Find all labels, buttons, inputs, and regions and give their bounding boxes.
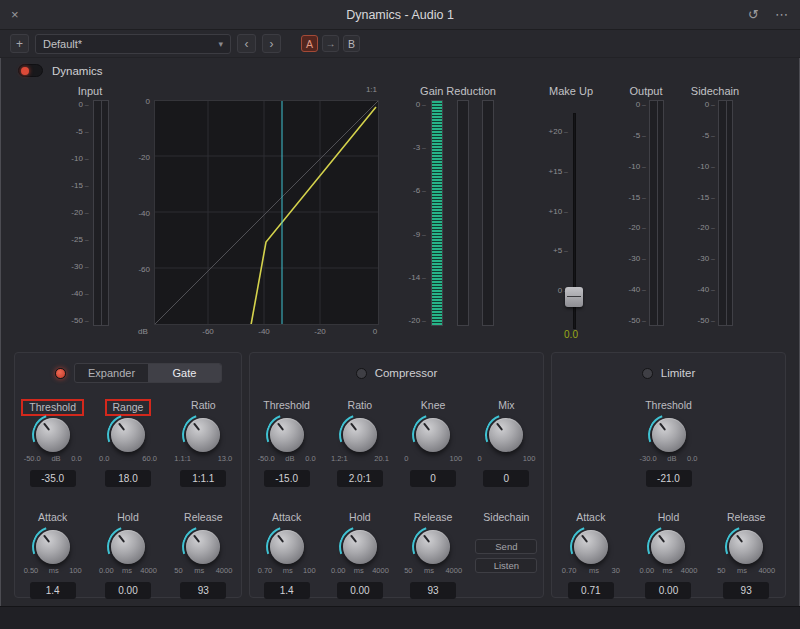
scale-tick: -15	[71, 182, 88, 190]
scale-tick: -40	[71, 290, 88, 298]
compressor-mix-value[interactable]: 0	[483, 470, 529, 487]
min-label: 0.00	[99, 566, 114, 575]
min-label: -30.0	[640, 454, 657, 463]
min-label: 0.00	[331, 566, 346, 575]
compressor-attack-control: Attack 0.70 ms 100 1.4	[251, 511, 323, 599]
compare-b-button[interactable]: B	[343, 35, 360, 52]
scale-tick: -50	[629, 317, 646, 325]
gate-release-value[interactable]: 93	[180, 582, 226, 599]
gate-ratio-knob[interactable]	[186, 418, 220, 452]
sidechain-meter-section: Sidechain 0 -5 -10 -15 -20 -30 -40 -50	[690, 85, 740, 326]
scale-tick: -20	[629, 224, 646, 232]
gate-range-knob[interactable]	[111, 418, 145, 452]
preset-bar: + Default* ▾ ‹ › A → B	[0, 30, 800, 58]
window-title: Dynamics - Audio 1	[0, 8, 800, 22]
copy-arrow-button[interactable]: →	[322, 35, 339, 52]
gate-enable-led[interactable]	[55, 368, 66, 379]
led-dot-icon	[21, 67, 29, 75]
gate-hold-value[interactable]: 0.00	[105, 582, 151, 599]
max-label: 4000	[681, 566, 698, 575]
compressor-ratio-knob[interactable]	[343, 418, 377, 452]
input-label: Input	[62, 85, 118, 99]
makeup-slider-handle[interactable]	[565, 287, 583, 307]
scale-tick: -40	[138, 209, 150, 218]
limiter-attack-knob[interactable]	[574, 530, 608, 564]
limiter-release-knob[interactable]	[729, 530, 763, 564]
limiter-threshold-knob[interactable]	[652, 418, 686, 452]
tab-expander[interactable]: Expander	[75, 364, 148, 382]
sidechain-send-button[interactable]: Send	[475, 539, 537, 554]
add-preset-button[interactable]: +	[10, 34, 29, 53]
compressor-hold-value[interactable]: 0.00	[337, 582, 383, 599]
scale-tick: -10	[629, 163, 646, 171]
close-icon[interactable]: ×	[11, 7, 19, 22]
dynamics-led[interactable]	[18, 64, 43, 77]
gain-reduction-section: Gain Reduction 0 -3 -6 -9 -14 -20	[408, 85, 508, 326]
gate-release-label: Release	[167, 511, 239, 527]
max-label: 4000	[445, 566, 462, 575]
gate-ratio-value[interactable]: 1:1.1	[180, 470, 226, 487]
makeup-label: Make Up	[536, 85, 606, 99]
compressor-hold-label: Hold	[324, 511, 396, 527]
compressor-threshold-control: Threshold -50.0 dB 0.0 -15.0	[251, 399, 323, 487]
min-label: 0.00	[639, 566, 654, 575]
compressor-knee-knob[interactable]	[416, 418, 450, 452]
dynamics-enable-toggle[interactable]: Dynamics	[18, 64, 102, 77]
transfer-curve-section: 1:1 0 -20 -40 -60 -60 -40 -20 0 dB	[134, 85, 379, 337]
gate-attack-knob[interactable]	[36, 530, 70, 564]
scale-tick: -9	[413, 231, 426, 239]
min-label: -50.0	[258, 454, 275, 463]
scale-tick: -15	[629, 194, 646, 202]
scale-tick: -20	[314, 327, 326, 336]
limiter-hold-value[interactable]: 0.00	[645, 582, 691, 599]
compressor-ratio-value[interactable]: 2.0:1	[337, 470, 383, 487]
gate-release-knob[interactable]	[186, 530, 220, 564]
next-preset-button[interactable]: ›	[262, 34, 281, 53]
min-label: 0	[477, 454, 481, 463]
compressor-ratio-control: Ratio 1.2:1 20.1 2.0:1	[324, 399, 396, 487]
compressor-threshold-knob[interactable]	[270, 418, 304, 452]
scale-tick: -10	[71, 155, 88, 163]
limiter-enable-led[interactable]	[642, 368, 653, 379]
limiter-release-label: Release	[710, 511, 782, 527]
compressor-hold-knob[interactable]	[343, 530, 377, 564]
limiter-hold-knob[interactable]	[651, 530, 685, 564]
scale-tick: 0	[416, 101, 426, 109]
compressor-attack-knob[interactable]	[270, 530, 304, 564]
compressor-release-value[interactable]: 93	[410, 582, 456, 599]
gate-attack-value[interactable]: 1.4	[30, 582, 76, 599]
gate-threshold-knob[interactable]	[36, 418, 70, 452]
limiter-attack-label: Attack	[555, 511, 627, 527]
reset-history-icon[interactable]: ↺	[748, 7, 759, 22]
output-level-meter	[649, 100, 664, 326]
sidechain-meter-scale: 0 -5 -10 -15 -20 -30 -40 -50	[697, 100, 715, 326]
compressor-threshold-value[interactable]: -15.0	[264, 470, 310, 487]
compare-a-button[interactable]: A	[301, 35, 318, 52]
compressor-mix-knob[interactable]	[489, 418, 523, 452]
graph-x-scale: -60 -40 -20 0	[154, 325, 379, 337]
scale-tick: -30	[629, 255, 646, 263]
dynamics-window: × Dynamics - Audio 1 ↺ ⋯ + Default* ▾ ‹ …	[0, 0, 800, 629]
options-menu-icon[interactable]: ⋯	[775, 7, 788, 22]
prev-preset-button[interactable]: ‹	[237, 34, 256, 53]
limiter-threshold-value[interactable]: -21.0	[646, 470, 692, 487]
expander-gate-tabs: Expander Gate	[74, 363, 222, 383]
max-label: 100	[303, 566, 316, 575]
gate-range-value[interactable]: 18.0	[105, 470, 151, 487]
compressor-release-knob[interactable]	[416, 530, 450, 564]
limiter-attack-value[interactable]: 0.71	[568, 582, 614, 599]
preset-dropdown[interactable]: Default* ▾	[35, 34, 231, 54]
max-label: 100	[69, 566, 82, 575]
gate-threshold-value[interactable]: -35.0	[30, 470, 76, 487]
max-label: 4000	[758, 566, 775, 575]
compressor-enable-led[interactable]	[356, 368, 367, 379]
max-label: 4000	[216, 566, 233, 575]
titlebar: × Dynamics - Audio 1 ↺ ⋯	[0, 0, 800, 30]
tab-gate[interactable]: Gate	[148, 364, 221, 382]
compressor-knee-value[interactable]: 0	[410, 470, 456, 487]
compressor-label: Compressor	[375, 367, 438, 379]
sidechain-listen-button[interactable]: Listen	[475, 558, 537, 573]
compressor-attack-value[interactable]: 1.4	[264, 582, 310, 599]
gate-hold-knob[interactable]	[111, 530, 145, 564]
limiter-release-value[interactable]: 93	[723, 582, 769, 599]
